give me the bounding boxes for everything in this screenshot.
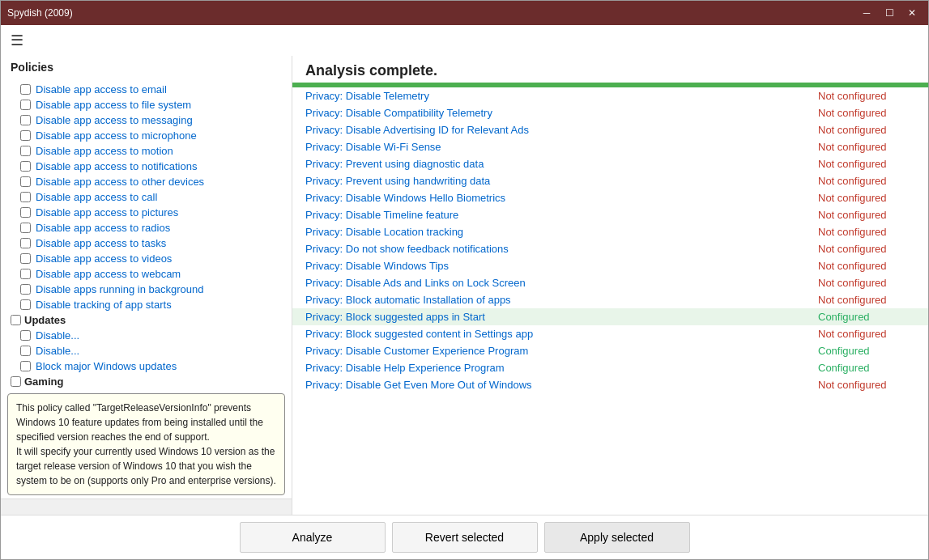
result-name-get-more: Privacy: Disable Get Even More Out of Wi… <box>305 379 812 391</box>
result-name-tips: Privacy: Disable Windows Tips <box>305 260 812 272</box>
checkbox-notifications[interactable] <box>20 161 31 172</box>
result-row-auto-install: Privacy: Block automatic Installation of… <box>292 291 928 308</box>
policy-item-disable-u1[interactable]: Disable... <box>1 328 292 343</box>
policy-label-filesystem: Disable app access to file system <box>36 99 191 111</box>
top-bar: ☰ <box>1 25 928 56</box>
category-gaming-label: Gaming <box>24 375 63 388</box>
checkbox-gaming-category[interactable] <box>11 376 21 387</box>
policy-item-call[interactable]: Disable app access to call <box>1 189 292 205</box>
policy-item-disable-u2[interactable]: Disable... <box>1 343 292 358</box>
policy-item-gamebar[interactable]: Disable Game Bar features <box>1 389 292 390</box>
checkbox-messaging[interactable] <box>20 115 31 125</box>
result-name-handwriting: Privacy: Prevent using handwriting data <box>305 175 812 187</box>
policy-item-pictures[interactable]: Disable app access to pictures <box>1 205 292 220</box>
right-panel: Analysis complete. Privacy: Disable Tele… <box>292 56 928 515</box>
result-row-adid: Privacy: Disable Advertising ID for Rele… <box>292 121 928 138</box>
policy-item-webcam[interactable]: Disable app access to webcam <box>1 266 292 282</box>
result-name-feedback: Privacy: Do not show feedback notificati… <box>305 243 812 255</box>
minimize-button[interactable]: ─ <box>857 5 876 21</box>
checkbox-tasks[interactable] <box>20 238 31 248</box>
close-button[interactable]: ✕ <box>902 5 922 21</box>
result-status-cep: Configured <box>818 345 915 357</box>
policies-header: Policies <box>1 56 292 78</box>
checkbox-background[interactable] <box>20 284 31 295</box>
policy-item-motion[interactable]: Disable app access to motion <box>1 143 292 159</box>
result-row-location: Privacy: Disable Location tracking Not c… <box>292 223 928 240</box>
apply-button[interactable]: Apply selected <box>544 522 690 553</box>
result-row-feedback: Privacy: Do not show feedback notificati… <box>292 240 928 257</box>
policy-item-email[interactable]: Disable app access to email <box>1 82 292 97</box>
checkbox-motion[interactable] <box>20 146 31 156</box>
result-status-auto-install: Not configured <box>818 294 915 306</box>
checkbox-videos[interactable] <box>20 253 31 264</box>
policy-item-microphone[interactable]: Disable app access to microphone <box>1 128 292 143</box>
policy-label-background: Disable apps running in background <box>36 283 203 295</box>
result-status-get-more: Not configured <box>818 379 915 391</box>
checkbox-other-devices[interactable] <box>20 176 31 187</box>
policy-item-background[interactable]: Disable apps running in background <box>1 282 292 297</box>
category-gaming[interactable]: Gaming <box>1 374 292 389</box>
result-status-wifi: Not configured <box>818 141 915 153</box>
analysis-header: Analysis complete. <box>292 56 928 83</box>
policy-item-block-win-updates[interactable]: Block major Windows updates <box>1 358 292 374</box>
app-title: Spydish (2009) <box>7 7 73 19</box>
policy-label-tracking: Disable tracking of app starts <box>36 299 172 311</box>
result-name-cep: Privacy: Disable Customer Experience Pro… <box>305 345 812 357</box>
checkbox-radios[interactable] <box>20 223 31 233</box>
policy-item-notifications[interactable]: Disable app access to notifications <box>1 159 292 174</box>
result-status-tips: Not configured <box>818 260 915 272</box>
revert-button[interactable]: Revert selected <box>392 522 538 553</box>
policy-label-webcam: Disable app access to webcam <box>36 268 181 280</box>
checkbox-call[interactable] <box>20 192 31 202</box>
result-name-timeline: Privacy: Disable Timeline feature <box>305 209 812 221</box>
result-row-diag: Privacy: Prevent using diagnostic data N… <box>292 155 928 172</box>
result-row-compat-telemetry: Privacy: Disable Compatibility Telemetry… <box>292 104 928 121</box>
policy-label-radios: Disable app access to radios <box>36 222 170 234</box>
result-row-suggested-start: Privacy: Block suggested apps in Start C… <box>292 308 928 325</box>
policy-label-messaging: Disable app access to messaging <box>36 114 193 126</box>
policy-label-block-win-updates: Block major Windows updates <box>36 360 177 372</box>
tooltip-box: This policy called "TargetReleaseVersion… <box>7 393 285 495</box>
analyze-button[interactable]: Analyze <box>240 522 386 553</box>
checkbox-disable-u2[interactable] <box>20 346 31 356</box>
result-status-hello: Not configured <box>818 192 915 204</box>
checkbox-pictures[interactable] <box>20 207 31 218</box>
result-status-handwriting: Not configured <box>818 175 915 187</box>
horizontal-scrollbar[interactable] <box>1 498 292 515</box>
main-content: ☰ Policies Disable app access to email D… <box>1 25 928 559</box>
result-row-suggested-settings: Privacy: Block suggested content in Sett… <box>292 325 928 342</box>
policy-label-motion: Disable app access to motion <box>36 145 173 157</box>
policy-label-email: Disable app access to email <box>36 83 167 95</box>
policy-item-filesystem[interactable]: Disable app access to file system <box>1 97 292 112</box>
checkbox-webcam[interactable] <box>20 269 31 279</box>
category-updates[interactable]: Updates <box>1 312 292 328</box>
policy-label-disable-u2: Disable... <box>36 345 79 357</box>
checkbox-updates-category[interactable] <box>11 315 21 325</box>
checkbox-filesystem[interactable] <box>20 100 31 110</box>
policy-item-videos[interactable]: Disable app access to videos <box>1 251 292 266</box>
maximize-button[interactable]: ☐ <box>880 5 899 21</box>
result-row-wifi: Privacy: Disable Wi-Fi Sense Not configu… <box>292 138 928 155</box>
policy-item-messaging[interactable]: Disable app access to messaging <box>1 112 292 128</box>
policy-label-disable-u1: Disable... <box>36 329 79 342</box>
result-status-suggested-start: Configured <box>818 311 915 323</box>
policy-label-videos: Disable app access to videos <box>36 252 172 265</box>
app-window: Spydish (2009) ─ ☐ ✕ ☰ Policies Disable … <box>0 0 929 560</box>
result-row-telemetry: Privacy: Disable Telemetry Not configure… <box>292 87 928 104</box>
checkbox-microphone[interactable] <box>20 130 31 141</box>
policy-item-tracking[interactable]: Disable tracking of app starts <box>1 297 292 312</box>
result-name-adid: Privacy: Disable Advertising ID for Rele… <box>305 124 812 136</box>
policy-item-tasks[interactable]: Disable app access to tasks <box>1 235 292 251</box>
policy-item-radios[interactable]: Disable app access to radios <box>1 220 292 235</box>
checkbox-block-win-updates[interactable] <box>20 361 31 371</box>
checkbox-email[interactable] <box>20 84 31 95</box>
policy-item-other-devices[interactable]: Disable app access to other devices <box>1 174 292 189</box>
result-name-lockscreen-ads: Privacy: Disable Ads and Links on Lock S… <box>305 277 812 289</box>
policies-list: Disable app access to email Disable app … <box>1 78 292 390</box>
hamburger-icon[interactable]: ☰ <box>11 32 23 49</box>
checkbox-disable-u1[interactable] <box>20 330 31 341</box>
checkbox-tracking[interactable] <box>20 299 31 310</box>
result-name-telemetry: Privacy: Disable Telemetry <box>305 90 812 102</box>
result-status-suggested-settings: Not configured <box>818 328 915 340</box>
results-list: Privacy: Disable Telemetry Not configure… <box>292 87 928 515</box>
